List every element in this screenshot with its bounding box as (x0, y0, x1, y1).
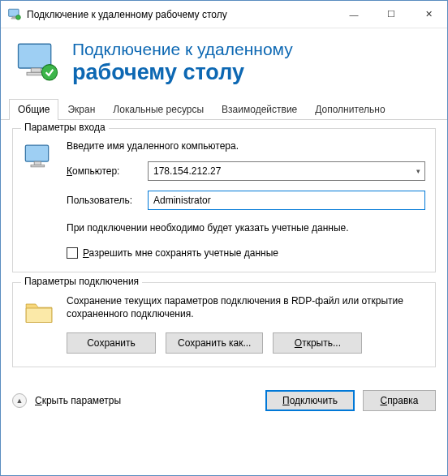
svg-rect-8 (25, 145, 48, 161)
header-line1: Подключение к удаленному (72, 40, 293, 59)
user-row: Пользователь: Administrator (67, 191, 425, 210)
svg-rect-10 (31, 165, 45, 167)
rdp-icon (15, 40, 61, 85)
svg-rect-5 (31, 68, 41, 72)
tab-bar: Общие Экран Локальные ресурсы Взаимодейс… (1, 98, 447, 120)
computer-row: Компьютер: 178.154.212.27 ▾ (67, 161, 425, 181)
login-group-title: Параметры входа (21, 122, 109, 133)
save-as-button[interactable]: Сохранить как... (166, 332, 263, 354)
title-bar: Подключение к удаленному рабочему столу … (1, 1, 447, 28)
connection-description: Сохранение текущих параметров подключени… (67, 294, 425, 320)
tab-display[interactable]: Экран (58, 99, 104, 120)
tab-advanced[interactable]: Дополнительно (306, 99, 394, 120)
hide-options-link[interactable]: Скрыть параметры (35, 395, 121, 406)
chevron-down-icon: ▾ (416, 167, 420, 175)
svg-point-3 (16, 15, 21, 19)
credentials-note: При подключении необходимо будет указать… (67, 221, 425, 234)
header-text: Подключение к удаленному рабочему столу (72, 40, 293, 84)
folder-icon (23, 296, 55, 328)
tab-experience[interactable]: Взаимодействие (213, 99, 306, 120)
svg-point-7 (41, 65, 57, 80)
bottom-bar: ▲ Скрыть параметры Подключить Справка (1, 382, 447, 421)
username-input[interactable]: Administrator (148, 191, 425, 210)
user-label: Пользователь: (67, 195, 148, 206)
computer-combobox[interactable]: 178.154.212.27 ▾ (148, 161, 425, 181)
help-button[interactable]: Справка (363, 390, 436, 411)
connection-groupbox: Параметры подключения Сохранение текущих… (12, 282, 436, 367)
connect-button[interactable]: Подключить (265, 390, 355, 411)
header-line2: рабочему столу (72, 60, 293, 85)
login-intro-text: Введите имя удаленного компьютера. (67, 140, 425, 152)
maximize-button[interactable]: ☐ (373, 1, 410, 28)
close-button[interactable]: ✕ (410, 1, 447, 28)
login-groupbox: Параметры входа Введите имя удаленного к… (12, 128, 436, 272)
computer-value: 178.154.212.27 (153, 165, 221, 177)
svg-rect-4 (19, 44, 51, 68)
window-title: Подключение к удаленному рабочему столу (27, 9, 335, 20)
collapse-icon[interactable]: ▲ (12, 393, 27, 408)
open-button[interactable]: Открыть... (273, 332, 362, 354)
computer-icon (23, 142, 55, 174)
save-button[interactable]: Сохранить (67, 332, 156, 354)
connection-buttons: Сохранить Сохранить как... Открыть... (67, 332, 425, 354)
minimize-button[interactable]: — (335, 1, 373, 28)
connection-group-title: Параметры подключения (21, 276, 142, 287)
username-value: Administrator (153, 195, 211, 206)
app-icon (7, 7, 22, 22)
svg-rect-9 (34, 161, 41, 165)
tab-general[interactable]: Общие (9, 99, 58, 120)
header-banner: Подключение к удаленному рабочему столу (1, 28, 447, 98)
computer-label: Компьютер: (67, 165, 148, 177)
save-credentials-label: Разрешить мне сохранять учетные данные (83, 247, 278, 259)
tab-content: Параметры входа Введите имя удаленного к… (1, 120, 447, 382)
save-credentials-row: Разрешить мне сохранять учетные данные (67, 247, 425, 259)
save-credentials-checkbox[interactable] (67, 247, 78, 259)
tab-local-resources[interactable]: Локальные ресурсы (104, 99, 213, 120)
